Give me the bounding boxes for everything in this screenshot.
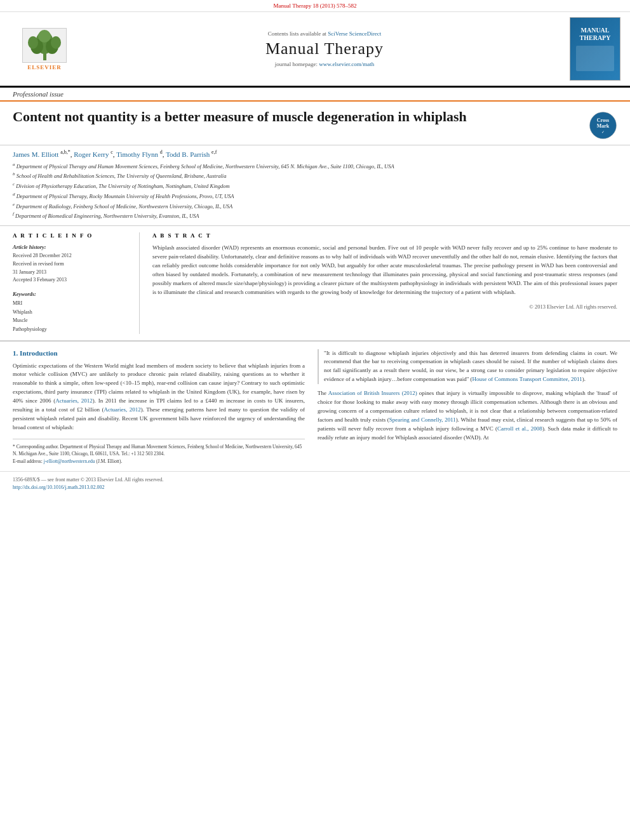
affiliation-b: b School of Health and Rehabilitation Sc… xyxy=(13,171,617,180)
link-spearing[interactable]: Spearing and Connelly, 2011 xyxy=(389,417,456,423)
article-title-section: Content not quantity is a better measure… xyxy=(0,102,630,145)
sciverse-link[interactable]: SciVerse ScienceDirect xyxy=(328,30,381,37)
keyword-muscle: Muscle xyxy=(13,316,130,325)
elsevier-tree-icon xyxy=(22,28,67,63)
right-paragraph2: The Association of British Insurers (201… xyxy=(318,389,617,443)
journal-homepage: journal homepage: www.elsevier.com/math xyxy=(89,61,560,67)
article-info-col: A R T I C L E I N F O Article history: R… xyxy=(13,232,140,334)
keyword-whiplash: Whiplash xyxy=(13,308,130,317)
professional-issue-bar: Professional issue xyxy=(0,88,630,102)
journal-cover-area: MANUALTHERAPY xyxy=(566,17,624,81)
authors-section: James M. Elliott a,b,*, Roger Kerry c, T… xyxy=(0,145,630,226)
svg-point-5 xyxy=(28,36,38,49)
history-revised-label: Received in revised form xyxy=(13,260,130,269)
footnote-section: * Corresponding author. Department of Ph… xyxy=(13,439,305,465)
link-commons[interactable]: House of Commons Transport Committee, 20… xyxy=(473,376,582,382)
body-right-col: "It is difficult to diagnose whiplash in… xyxy=(318,349,617,465)
footnote-email-label: E-mail address: xyxy=(13,458,44,464)
svg-text:Cross: Cross xyxy=(597,117,609,123)
affiliation-c: c Division of Physiotherapy Education, T… xyxy=(13,182,617,190)
crossmark-badge: Cross Mark ✓ xyxy=(589,111,617,140)
bottom-footer: 1356-689X/$ — see front matter © 2013 El… xyxy=(0,471,630,495)
affiliation-f: f Department of Biomedical Engineering, … xyxy=(13,211,617,220)
main-body: 1. Introduction Optimistic expectations … xyxy=(0,342,630,465)
history-accepted: Accepted 3 February 2013 xyxy=(13,276,130,284)
abstract-heading: A B S T R A C T xyxy=(152,232,617,239)
svg-point-4 xyxy=(38,30,51,43)
keywords-label: Keywords: xyxy=(13,291,130,297)
history-received: Received 28 December 2012 xyxy=(13,252,130,260)
journal-title: Manual Therapy xyxy=(89,39,560,58)
article-title: Content not quantity is a better measure… xyxy=(13,108,467,126)
article-info-heading: A R T I C L E I N F O xyxy=(13,232,130,239)
svg-point-6 xyxy=(51,36,61,49)
journal-cover: MANUALTHERAPY xyxy=(570,17,620,81)
top-bar: Manual Therapy 18 (2013) 578–582 xyxy=(0,0,630,12)
keywords-section: Keywords: MRI Whiplash Muscle Pathophysi… xyxy=(13,291,130,333)
publisher-logo-area: ELSEVIER xyxy=(6,28,83,70)
affiliation-e: e Department of Radiology, Feinberg Scho… xyxy=(13,202,617,211)
block-quote: "It is difficult to diagnose whiplash in… xyxy=(318,349,617,385)
professional-issue-label: Professional issue xyxy=(13,90,64,98)
affiliation-a: a Department of Physical Therapy and Hum… xyxy=(13,162,617,171)
doi-link[interactable]: http://dx.doi.org/10.1016/j.math.2013.02… xyxy=(13,484,105,490)
author-kerry[interactable]: Roger Kerry xyxy=(74,150,109,158)
journal-citation: Manual Therapy 18 (2013) 578–582 xyxy=(274,3,357,9)
elsevier-logo: ELSEVIER xyxy=(22,28,67,70)
contents-link: Contents lists available at SciVerse Sci… xyxy=(89,30,560,37)
svg-text:✓: ✓ xyxy=(601,130,605,134)
intro-heading: 1. Introduction xyxy=(13,349,305,357)
footnote-email-link[interactable]: j-elliott@northwestern.edu xyxy=(44,458,95,464)
keyword-mri: MRI xyxy=(13,299,130,308)
svg-text:Mark: Mark xyxy=(597,123,610,129)
copyright-line: © 2013 Elsevier Ltd. All rights reserved… xyxy=(152,303,617,310)
link-abi[interactable]: Association of British Insurers (2012) xyxy=(328,390,417,396)
footnote-email-owner: (J.M. Elliott). xyxy=(96,458,122,464)
affiliation-d: d Department of Physical Therapy, Rocky … xyxy=(13,192,617,201)
intro-paragraph1: Optimistic expectations of the Western W… xyxy=(13,362,305,433)
abstract-text: Whiplash associated disorder (WAD) repre… xyxy=(152,244,617,297)
cover-title: MANUALTHERAPY xyxy=(580,27,611,42)
journal-header: ELSEVIER Contents lists available at Sci… xyxy=(0,12,630,88)
journal-header-center: Contents lists available at SciVerse Sci… xyxy=(89,30,560,67)
author-parrish[interactable]: Todd B. Parrish xyxy=(166,150,210,158)
abstract-col: A B S T R A C T Whiplash associated diso… xyxy=(152,232,617,334)
link-carroll[interactable]: Carroll et al., 2008 xyxy=(497,425,542,432)
footer-license: 1356-689X/$ — see front matter © 2013 El… xyxy=(13,477,617,483)
authors-line: James M. Elliott a,b,*, Roger Kerry c, T… xyxy=(13,149,617,158)
footer-doi: http://dx.doi.org/10.1016/j.math.2013.02… xyxy=(13,484,617,490)
elsevier-name: ELSEVIER xyxy=(27,64,62,70)
history-revised-date: 31 January 2013 xyxy=(13,269,130,277)
article-history-label: Article history: xyxy=(13,244,130,250)
article-info-abstract: A R T I C L E I N F O Article history: R… xyxy=(0,226,630,342)
author-elliott[interactable]: James M. Elliott xyxy=(13,150,58,158)
keyword-pathophysiology: Pathophysiology xyxy=(13,325,130,334)
link-actuaries2[interactable]: Actuaries, 2012 xyxy=(104,406,141,413)
author-flynn[interactable]: Timothy Flynn xyxy=(116,150,158,158)
footnote-text: * Corresponding author. Department of Ph… xyxy=(13,443,305,465)
body-left-col: 1. Introduction Optimistic expectations … xyxy=(13,349,305,465)
link-actuaries1[interactable]: Actuaries, 2012 xyxy=(55,397,92,404)
